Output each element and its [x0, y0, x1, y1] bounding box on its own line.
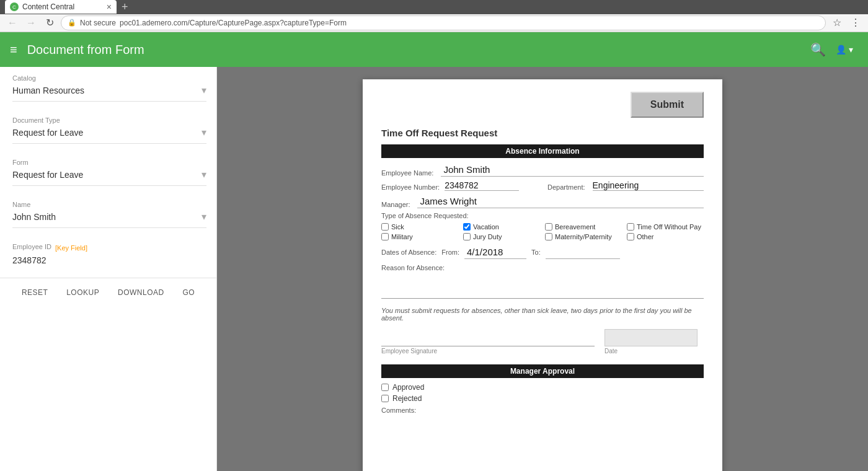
form-title: Time Off Request Request	[381, 128, 704, 138]
tab-favicon: C	[10, 2, 19, 11]
checkbox-vacation-input[interactable]	[463, 223, 471, 231]
doctype-value: Request for Leave	[12, 128, 83, 138]
checkbox-jury-duty-input[interactable]	[463, 233, 471, 240]
doctype-label: Document Type	[12, 117, 206, 124]
checkbox-vacation-label: Vacation	[473, 223, 499, 231]
rejected-row[interactable]: Rejected	[381, 394, 704, 403]
tab-bar: C Content Central × +	[0, 0, 868, 14]
signature-row: Employee Signature Date	[381, 328, 704, 354]
doctype-chevron: ▾	[202, 126, 206, 138]
user-menu[interactable]: 👤 ▾	[831, 40, 858, 59]
checkbox-military-input[interactable]	[381, 233, 389, 240]
active-tab[interactable]: C Content Central ×	[5, 0, 117, 14]
download-button[interactable]: DOWNLOAD	[118, 288, 164, 297]
dates-label: Dates of Absence:	[381, 249, 436, 256]
refresh-btn[interactable]: ↻	[42, 15, 57, 30]
manager-row: Manager:	[381, 195, 704, 208]
to-date-input[interactable]	[546, 245, 620, 259]
name-value-row[interactable]: John Smith ▾	[12, 211, 206, 228]
dates-row: Dates of Absence: From: To:	[381, 245, 704, 259]
back-btn[interactable]: ←	[5, 15, 20, 30]
rejected-checkbox[interactable]	[381, 395, 389, 402]
approved-checkbox[interactable]	[381, 384, 389, 391]
empid-value: 2348782	[12, 255, 46, 265]
checkbox-other-input[interactable]	[627, 233, 634, 240]
date-sig-label: Date	[604, 348, 704, 354]
search-icon[interactable]: 🔍	[805, 37, 831, 62]
dept-input[interactable]	[593, 180, 704, 191]
checkbox-time-off-no-pay-label: Time Off Without Pay	[637, 223, 701, 231]
emp-name-input[interactable]	[441, 163, 704, 177]
date-sig-input[interactable]	[604, 329, 698, 346]
name-chevron: ▾	[202, 211, 206, 222]
catalog-field: Catalog Human Resources ▾	[0, 67, 216, 109]
from-date-input[interactable]	[464, 245, 526, 259]
absence-type-section: Type of Absence Requested: Sick Vacation…	[381, 212, 704, 240]
absence-info-header: Absence Information	[381, 144, 704, 158]
emp-name-label: Employee Name:	[381, 169, 433, 177]
go-button[interactable]: GO	[182, 288, 195, 297]
checkbox-sick[interactable]: Sick	[381, 223, 458, 231]
app-title: Document from Form	[27, 43, 805, 57]
submit-button[interactable]: Submit	[631, 92, 704, 118]
form-field: Form Request for Leave ▾	[0, 151, 216, 193]
catalog-value: Human Resources	[12, 86, 84, 95]
doctype-value-row[interactable]: Request for Leave ▾	[12, 126, 206, 144]
approved-row[interactable]: Approved	[381, 383, 704, 392]
security-icon: 🔒	[68, 19, 76, 27]
forward-btn[interactable]: →	[24, 15, 38, 30]
checkbox-military-label: Military	[391, 233, 413, 240]
doctype-field: Document Type Request for Leave ▾	[0, 109, 216, 151]
checkbox-time-off-no-pay[interactable]: Time Off Without Pay	[627, 223, 704, 231]
form-value-row[interactable]: Request for Leave ▾	[12, 169, 206, 186]
reason-input[interactable]	[381, 274, 704, 299]
notice-text: You must submit requests for absences, o…	[381, 307, 704, 322]
checkbox-other[interactable]: Other	[627, 233, 704, 240]
checkbox-sick-label: Sick	[391, 223, 404, 231]
checkbox-maternity-label: Maternity/Paternity	[555, 233, 612, 240]
tab-title: Content Central	[22, 2, 74, 11]
sidebar: Catalog Human Resources ▾ Document Type …	[0, 67, 217, 471]
nav-bar: ← → ↻ 🔒 Not secure poc01.ademero.com/Cap…	[0, 14, 868, 32]
reason-label: Reason for Absence:	[381, 264, 704, 271]
checkbox-maternity[interactable]: Maternity/Paternity	[545, 233, 622, 240]
emp-number-input[interactable]	[445, 180, 519, 191]
user-dropdown-icon: ▾	[849, 45, 853, 55]
extensions-btn[interactable]: ⋮	[848, 15, 863, 30]
checkbox-bereavement[interactable]: Bereavement	[545, 223, 622, 231]
bookmark-btn[interactable]: ☆	[830, 15, 844, 30]
address-bar[interactable]: 🔒 Not secure poc01.ademero.com/Capture/C…	[61, 15, 826, 30]
checkbox-bereavement-input[interactable]	[545, 223, 552, 231]
from-label: From:	[441, 249, 459, 256]
checkbox-jury-duty-label: Jury Duty	[473, 233, 502, 240]
sig-label: Employee Signature	[381, 348, 595, 354]
checkbox-sick-input[interactable]	[381, 223, 389, 231]
checkbox-jury-duty[interactable]: Jury Duty	[463, 233, 540, 240]
checkbox-military[interactable]: Military	[381, 233, 458, 240]
content-area: Submit Time Off Request Request Absence …	[217, 67, 868, 471]
manager-label: Manager:	[381, 201, 410, 208]
browser-chrome: C Content Central × + ← → ↻ 🔒 Not secure…	[0, 0, 868, 32]
empid-label: Employee ID	[12, 243, 51, 250]
reason-section: Reason for Absence:	[381, 264, 704, 301]
reset-button[interactable]: RESET	[22, 288, 48, 297]
new-tab-btn[interactable]: +	[122, 1, 128, 14]
hamburger-menu[interactable]: ≡	[10, 43, 17, 57]
security-label: Not secure	[80, 19, 116, 27]
name-label: Name	[12, 201, 206, 208]
checkbox-time-off-no-pay-input[interactable]	[627, 223, 634, 231]
catalog-chevron: ▾	[202, 84, 206, 96]
lookup-button[interactable]: LOOKUP	[66, 288, 99, 297]
form-chevron: ▾	[202, 169, 206, 180]
manager-input[interactable]	[417, 195, 704, 208]
tab-close-btn[interactable]: ×	[107, 2, 112, 12]
signature-input[interactable]	[381, 328, 595, 346]
checkbox-bereavement-label: Bereavement	[555, 223, 595, 231]
address-text: poc01.ademero.com/Capture/CapturePage.as…	[120, 19, 347, 27]
dept-label: Department:	[547, 183, 585, 191]
catalog-value-row[interactable]: Human Resources ▾	[12, 84, 206, 102]
checkbox-vacation[interactable]: Vacation	[463, 223, 540, 231]
name-value: John Smith	[12, 212, 56, 222]
checkbox-maternity-input[interactable]	[545, 233, 552, 240]
comments-label: Comments:	[381, 407, 704, 414]
